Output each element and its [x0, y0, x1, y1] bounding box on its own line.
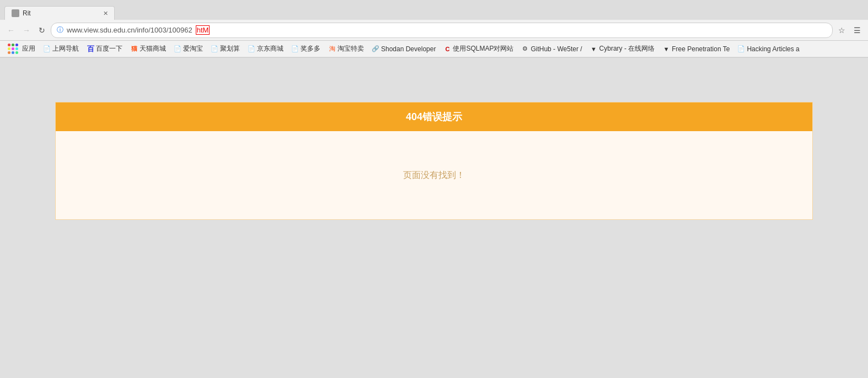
bookmark-label: 京东商城 — [257, 44, 283, 53]
taobao-icon: 淘 — [328, 45, 336, 53]
shodan-icon: 🔗 — [372, 45, 379, 53]
tab-favicon — [12, 9, 19, 17]
tab-close-button[interactable]: ✕ — [101, 9, 110, 18]
error-body: 页面没有找到！ — [56, 131, 812, 219]
error-title: 404错误提示 — [406, 111, 462, 122]
bookmark-label: 天猫商城 — [140, 44, 166, 53]
bookmark-label: GitHub - We5ter / — [531, 45, 582, 53]
page-icon: 📄 — [211, 45, 218, 53]
bookmark-shodan[interactable]: 🔗 Shodan Developer — [368, 44, 439, 54]
bookmark-apps[interactable]: 应用 — [4, 42, 39, 55]
url-base: www.view.sdu.edu.cn/info/1003/100962 — [67, 26, 192, 34]
back-button[interactable]: ← — [4, 24, 18, 37]
bookmark-label: 淘宝特卖 — [337, 44, 364, 53]
apps-grid-icon — [8, 44, 18, 54]
page-icon: 📄 — [43, 45, 51, 53]
bookmark-label: 爱淘宝 — [183, 44, 203, 53]
url-highlight: htM — [196, 25, 210, 35]
page-content: 404错误提示 页面没有找到！ — [0, 58, 868, 378]
browser-chrome: Rit ✕ ← → ↻ ⓘ www.view.sdu.edu.cn/info/1… — [0, 0, 868, 58]
nav-right-buttons: ☆ ☰ — [835, 24, 864, 37]
bookmark-juhuasuan[interactable]: 📄 聚划算 — [207, 43, 243, 55]
bookmark-aitaobao[interactable]: 📄 爱淘宝 — [170, 43, 206, 55]
bookmark-tianmao[interactable]: 猫 天猫商城 — [127, 43, 169, 55]
bookmark-label: Hacking Articles a — [747, 45, 799, 53]
bookmark-label: Free Penetration Te — [672, 45, 730, 53]
bookmark-label: 百度一下 — [96, 44, 122, 53]
tmall-icon: 猫 — [130, 45, 138, 53]
navigation-bar: ← → ↻ ⓘ www.view.sdu.edu.cn/info/1003/10… — [0, 20, 868, 41]
bookmark-label: Cybrary - 在线网络 — [599, 44, 655, 53]
secure-icon: ⓘ — [57, 25, 63, 35]
bookmark-baiduyixia[interactable]: 百 百度一下 — [83, 43, 126, 55]
bookmark-label: 奖多多 — [301, 44, 320, 53]
bookmark-shangwangdaohang[interactable]: 📄 上网导航 — [40, 43, 82, 55]
bookmark-taobaotemai[interactable]: 淘 淘宝特卖 — [325, 43, 367, 55]
forward-button[interactable]: → — [20, 24, 33, 37]
bookmark-label: Shodan Developer — [381, 45, 436, 53]
error-message: 页面没有找到！ — [403, 170, 465, 181]
bookmark-hacking-articles[interactable]: 📄 Hacking Articles a — [734, 44, 802, 54]
crimson-icon: C — [443, 45, 451, 53]
active-tab[interactable]: Rit ✕ — [4, 6, 115, 20]
bookmark-jingdong[interactable]: 📄 京东商城 — [244, 43, 287, 55]
page-icon: 📄 — [174, 45, 181, 53]
apps-label: 应用 — [22, 44, 35, 53]
bookmark-label: 聚划算 — [220, 44, 240, 53]
bookmark-github[interactable]: ⚙ GitHub - We5ter / — [518, 44, 585, 54]
baidu-icon: 百 — [87, 45, 94, 53]
bookmark-sqlmap[interactable]: C 使用SQLMAP对网站 — [440, 43, 517, 55]
github-icon: ⚙ — [521, 45, 529, 53]
error-container: 404错误提示 页面没有找到！ — [55, 102, 813, 220]
refresh-button[interactable]: ↻ — [35, 24, 49, 37]
page-icon: 📄 — [291, 45, 299, 53]
error-header: 404错误提示 — [56, 102, 812, 131]
bookmark-label: 上网导航 — [52, 44, 79, 53]
bookmark-cybrary[interactable]: ▼ Cybrary - 在线网络 — [587, 43, 658, 55]
chevron-down-icon: ▼ — [590, 45, 598, 53]
bookmark-free-penetration[interactable]: ▼ Free Penetration Te — [659, 44, 733, 54]
bookmark-label: 使用SQLMAP对网站 — [453, 44, 513, 53]
chevron-down-icon-2: ▼ — [662, 45, 670, 53]
page-icon: 📄 — [248, 45, 255, 53]
bookmark-star-button[interactable]: ☆ — [835, 24, 848, 37]
tab-label: Rit — [23, 9, 31, 17]
bookmark-jiangduoduo[interactable]: 📄 奖多多 — [288, 43, 324, 55]
settings-button[interactable]: ☰ — [850, 24, 864, 37]
address-bar[interactable]: ⓘ www.view.sdu.edu.cn/info/1003/100962ht… — [51, 23, 833, 38]
tab-bar: Rit ✕ — [0, 0, 868, 20]
bookmarks-bar: 应用 📄 上网导航 百 百度一下 猫 天猫商城 📄 爱淘宝 📄 聚划算 📄 京东… — [0, 41, 868, 57]
page-icon-2: 📄 — [737, 45, 745, 53]
